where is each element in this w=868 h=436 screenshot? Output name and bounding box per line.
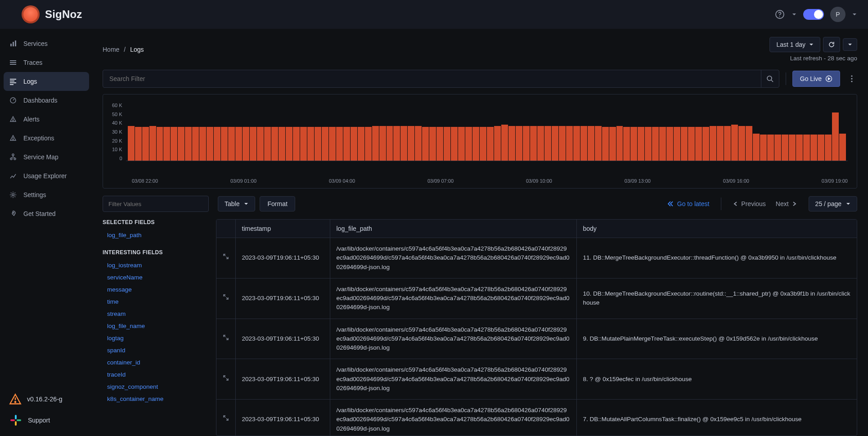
time-range-select[interactable]: Last 1 day: [769, 37, 820, 52]
sidebar-item-dashboards[interactable]: Dashboards: [0, 91, 93, 110]
chart-bar: [767, 135, 774, 161]
field-item[interactable]: logtag: [103, 332, 209, 344]
table-row[interactable]: 2023-03-09T19:06:11+05:30/var/lib/docker…: [216, 319, 857, 359]
version-row[interactable]: v0.16.2-26-g: [9, 393, 84, 405]
dashboard-icon: [9, 96, 17, 104]
field-item[interactable]: serviceName: [103, 271, 209, 283]
chart-bar: [724, 126, 731, 161]
view-mode-select[interactable]: Table: [218, 196, 255, 211]
table-row[interactable]: 2023-03-09T19:06:11+05:30/var/lib/docker…: [216, 359, 857, 400]
go-live-button[interactable]: Go Live: [792, 71, 840, 87]
sidebar-item-traces[interactable]: Traces: [0, 53, 93, 72]
chart-bar: [494, 126, 501, 161]
help-icon[interactable]: [774, 9, 785, 20]
column-expand: [216, 220, 235, 238]
chart-bar: [810, 135, 817, 161]
sidebar-item-logs[interactable]: Logs: [4, 72, 89, 91]
brand-logo[interactable]: SigNoz: [22, 5, 82, 23]
user-caret-icon[interactable]: [852, 12, 857, 17]
user-avatar[interactable]: P: [830, 7, 846, 22]
search-submit-button[interactable]: [761, 70, 779, 87]
view-mode-label: Table: [225, 200, 239, 207]
expand-icon[interactable]: [223, 375, 229, 381]
chart-bar: [738, 126, 745, 161]
chart-bar: [825, 135, 832, 161]
breadcrumb-sep: /: [124, 46, 126, 53]
column-body[interactable]: body: [576, 220, 857, 238]
go-to-latest-label: Go to latest: [677, 200, 710, 207]
field-item[interactable]: time: [103, 296, 209, 308]
search-filter-input[interactable]: [103, 75, 761, 82]
sidebar-item-get-started[interactable]: Get Started: [0, 204, 93, 223]
previous-label: Previous: [741, 200, 765, 207]
expand-icon[interactable]: [223, 253, 229, 260]
field-item[interactable]: spanId: [103, 344, 209, 356]
cell-log-file-path: /var/lib/docker/containers/c597a4c6a56f4…: [330, 319, 576, 359]
x-tick: 03/09 01:00: [230, 178, 256, 184]
chart-bar: [803, 135, 810, 161]
svg-point-1: [779, 16, 780, 17]
sidebar-item-usage-explorer[interactable]: Usage Explorer: [0, 166, 93, 185]
cell-body: 11. DB::MergeTreeBackgroundExecutor::thr…: [576, 238, 857, 279]
chart-bar: [436, 127, 443, 161]
column-timestamp[interactable]: timestamp: [235, 220, 330, 238]
help-caret-icon[interactable]: [792, 12, 797, 17]
theme-toggle[interactable]: [803, 9, 824, 20]
sidebar-item-services[interactable]: Services: [0, 34, 93, 53]
table-row[interactable]: 2023-03-09T19:06:11+05:30/var/lib/docker…: [216, 278, 857, 319]
chart-bar: [609, 127, 616, 161]
chevron-down-icon: [848, 42, 852, 47]
table-row[interactable]: 2023-03-09T19:06:11+05:30/var/lib/docker…: [216, 400, 857, 436]
chart-bar: [257, 127, 264, 161]
page-size-select[interactable]: 25 / page: [809, 196, 857, 211]
chart-bar: [638, 127, 644, 161]
field-item[interactable]: log_file_path: [103, 229, 209, 241]
refresh-interval-select[interactable]: [843, 38, 857, 51]
breadcrumb-home[interactable]: Home: [103, 46, 119, 53]
expand-icon[interactable]: [223, 334, 229, 341]
chart-bar: [695, 127, 702, 161]
field-item[interactable]: message: [103, 283, 209, 296]
chart-bar: [839, 134, 846, 161]
next-button[interactable]: Next: [776, 200, 797, 207]
go-to-latest-button[interactable]: Go to latest: [667, 200, 710, 207]
chart-bar: [243, 127, 249, 161]
field-item[interactable]: signoz_component: [103, 381, 209, 393]
sidebar-item-exceptions[interactable]: Exceptions: [0, 129, 93, 148]
chevron-left-icon: [733, 201, 738, 207]
sidebar-item-service-map[interactable]: Service Map: [0, 148, 93, 166]
field-item[interactable]: log_file_name: [103, 320, 209, 332]
chart-bar: [674, 127, 680, 161]
previous-button[interactable]: Previous: [733, 200, 765, 207]
table-row[interactable]: 2023-03-09T19:06:11+05:30/var/lib/docker…: [216, 238, 857, 279]
expand-icon[interactable]: [223, 294, 229, 300]
expand-icon[interactable]: [223, 415, 229, 421]
chart-bar: [128, 126, 135, 161]
svg-point-28: [767, 76, 772, 81]
x-tick: 03/09 10:00: [526, 178, 552, 184]
field-item[interactable]: log_iostream: [103, 259, 209, 271]
chart-bar: [710, 126, 716, 161]
field-item[interactable]: stream: [103, 308, 209, 320]
sidebar-item-settings[interactable]: Settings: [0, 185, 93, 204]
cell-timestamp: 2023-03-09T19:06:11+05:30: [235, 238, 330, 279]
field-item[interactable]: traceId: [103, 369, 209, 381]
main: Home / Logs Last 1 day Last refresh - 28…: [93, 29, 868, 436]
svg-rect-24: [15, 415, 17, 419]
y-tick: 20 K: [112, 138, 122, 144]
chart-bar: [351, 127, 357, 161]
sidebar-label: Settings: [23, 191, 46, 198]
chart-bar: [645, 127, 652, 161]
support-link[interactable]: Support: [9, 414, 84, 427]
chart-bar: [329, 127, 336, 161]
field-item[interactable]: container_id: [103, 356, 209, 369]
format-button[interactable]: Format: [260, 196, 295, 211]
refresh-button[interactable]: [823, 37, 840, 52]
more-options-button[interactable]: [846, 73, 857, 85]
chart-bar: [199, 127, 206, 161]
filter-values-input[interactable]: [103, 196, 209, 212]
column-log-file-path[interactable]: log_file_path: [330, 220, 576, 238]
field-item[interactable]: k8s_container_name: [103, 393, 209, 405]
sidebar-item-alerts[interactable]: Alerts: [0, 110, 93, 129]
sidebar-label: Service Map: [23, 153, 58, 161]
